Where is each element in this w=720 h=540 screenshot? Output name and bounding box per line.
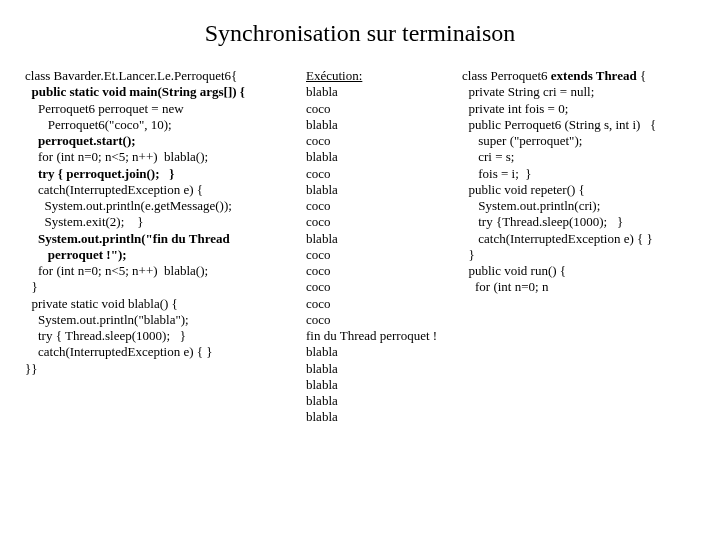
- content-columns: class Bavarder.Et.Lancer.Le.Perroquet6{ …: [25, 68, 695, 426]
- slide-title: Synchronisation sur terminaison: [25, 18, 695, 48]
- execution-output: Exécution: blabla coco blabla coco blabl…: [306, 68, 456, 426]
- code-left: class Bavarder.Et.Lancer.Le.Perroquet6{ …: [25, 68, 300, 426]
- code-right: class Perroquet6 extends Thread { privat…: [462, 68, 712, 426]
